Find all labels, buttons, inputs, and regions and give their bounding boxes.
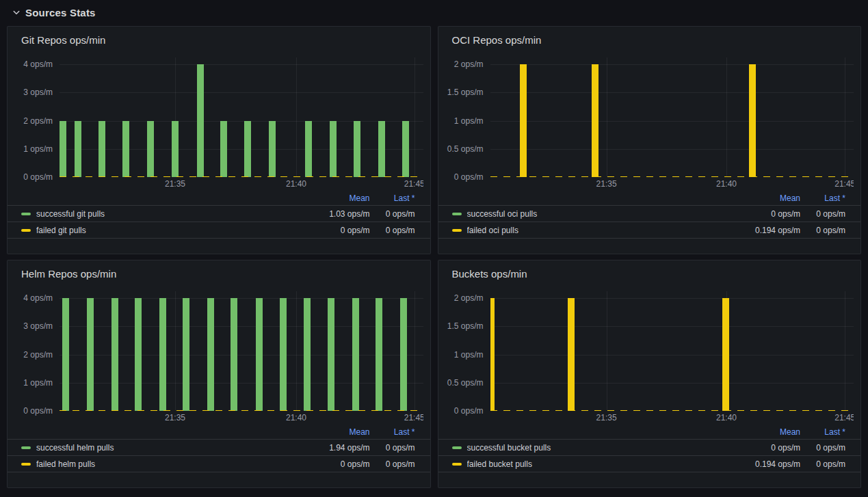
y-tick-label: 2 ops/m: [454, 293, 484, 303]
series-label[interactable]: failed bucket pulls: [467, 459, 735, 469]
x-tick-label: 21:45: [834, 413, 854, 422]
legend-sort-mean[interactable]: Mean: [735, 427, 800, 437]
y-tick-label: 1 ops/m: [23, 144, 53, 154]
bar-successful-git-pulls: [269, 121, 276, 178]
series-last-value: 0 ops/m: [370, 209, 415, 219]
series-color-swatch: [452, 463, 462, 466]
x-tick-label: 21:45: [834, 179, 854, 189]
legend-sort-last[interactable]: Last *: [370, 193, 415, 203]
series-mean-value: 0 ops/m: [735, 443, 800, 453]
x-axis: 21:3521:4021:45: [490, 411, 854, 424]
y-tick-label: 1 ops/m: [23, 378, 53, 388]
series-last-value: 0 ops/m: [800, 226, 845, 235]
bar-successful-git-pulls: [402, 121, 409, 178]
horizontal-gridline: [60, 121, 423, 122]
legend-row-failed-helm-pulls: failed helm pulls0 ops/m0 ops/m: [8, 456, 430, 472]
bar-successful-helm-pulls: [135, 298, 142, 411]
horizontal-gridline: [490, 298, 854, 299]
legend-row-failed-oci-pulls: failed oci pulls0.194 ops/m0 ops/m: [438, 222, 861, 239]
series-label[interactable]: successful oci pulls: [467, 209, 735, 219]
series-label[interactable]: failed git pulls: [36, 226, 304, 235]
legend-sort-mean[interactable]: Mean: [304, 193, 370, 203]
horizontal-gridline: [60, 92, 423, 93]
series-label[interactable]: successful git pulls: [36, 209, 304, 219]
series-color-swatch: [21, 463, 31, 466]
chevron-down-icon[interactable]: [12, 8, 21, 16]
horizontal-gridline: [490, 92, 854, 93]
legend-sort-last[interactable]: Last *: [370, 427, 415, 437]
bar-successful-git-pulls: [122, 121, 129, 178]
plot-area: [60, 291, 423, 411]
legend-table: Mean Last * successful git pulls1.03 ops…: [8, 191, 430, 239]
legend-row-failed-git-pulls: failed git pulls0 ops/m0 ops/m: [8, 222, 430, 239]
bar-successful-helm-pulls: [231, 298, 237, 411]
series-color-swatch: [21, 229, 31, 232]
bar-failed-oci-pulls: [520, 64, 527, 177]
legend-sort-last[interactable]: Last *: [800, 193, 845, 203]
time-series-chart: 2 ops/m1.5 ops/m1 ops/m0.5 ops/m0 ops/m: [445, 291, 854, 411]
series-label[interactable]: failed helm pulls: [36, 459, 304, 469]
time-series-chart: 2 ops/m1.5 ops/m1 ops/m0.5 ops/m0 ops/m: [445, 57, 854, 177]
y-tick-label: 2 ops/m: [454, 59, 484, 69]
horizontal-gridline: [490, 326, 854, 327]
bar-successful-helm-pulls: [280, 298, 287, 411]
series-mean-value: 0 ops/m: [735, 209, 800, 219]
plot-area: [490, 291, 854, 411]
bar-successful-helm-pulls: [328, 298, 334, 411]
legend-sort-last[interactable]: Last *: [800, 427, 845, 437]
series-label[interactable]: successful bucket pulls: [467, 443, 735, 453]
bar-failed-bucket-pulls: [722, 298, 729, 411]
horizontal-gridline: [490, 355, 854, 355]
horizontal-gridline: [60, 149, 423, 150]
series-mean-value: 0.194 ops/m: [735, 459, 800, 469]
bar-successful-git-pulls: [378, 121, 385, 178]
panel-title[interactable]: OCI Repos ops/min: [452, 33, 854, 48]
y-axis: 2 ops/m1.5 ops/m1 ops/m0.5 ops/m0 ops/m: [445, 298, 484, 411]
x-axis: 21:3521:4021:45: [60, 177, 423, 190]
dashboard-row-header[interactable]: Sources Stats: [12, 4, 861, 21]
panel-git-repos-ops-min: Git Repos ops/min 4 ops/m3 ops/m2 ops/m1…: [7, 26, 431, 254]
x-tick-label: 21:45: [404, 413, 423, 422]
x-tick-label: 21:35: [165, 413, 185, 422]
bar-successful-helm-pulls: [159, 298, 166, 411]
x-tick-label: 21:40: [286, 413, 306, 422]
series-mean-value: 1.03 ops/m: [304, 209, 370, 219]
legend-sort-mean[interactable]: Mean: [304, 427, 370, 437]
bar-failed-oci-pulls: [749, 64, 756, 177]
y-tick-label: 1 ops/m: [454, 116, 484, 126]
y-tick-label: 2 ops/m: [23, 350, 53, 360]
y-tick-label: 3 ops/m: [23, 321, 53, 331]
time-series-chart: 4 ops/m3 ops/m2 ops/m1 ops/m0 ops/m: [14, 57, 423, 177]
horizontal-gridline: [60, 64, 423, 65]
y-tick-label: 1.5 ops/m: [447, 88, 484, 97]
x-tick-label: 21:40: [716, 413, 737, 422]
panel-title[interactable]: Helm Repos ops/min: [21, 267, 423, 282]
series-last-value: 0 ops/m: [370, 226, 415, 235]
series-mean-value: 0 ops/m: [304, 226, 370, 235]
legend-sort-mean[interactable]: Mean: [735, 193, 800, 203]
y-tick-label: 3 ops/m: [23, 88, 53, 97]
plot-area: [490, 57, 854, 177]
y-tick-label: 1.5 ops/m: [447, 321, 484, 331]
bar-successful-git-pulls: [75, 121, 81, 178]
row-title[interactable]: Sources Stats: [25, 7, 96, 18]
x-tick-label: 21:35: [165, 179, 185, 189]
x-tick-label: 21:35: [596, 413, 617, 422]
bar-successful-helm-pulls: [304, 298, 311, 411]
panel-title[interactable]: Git Repos ops/min: [21, 33, 423, 48]
bar-successful-git-pulls: [305, 121, 312, 178]
bar-successful-git-pulls: [220, 121, 227, 178]
bar-successful-helm-pulls: [376, 298, 382, 411]
y-axis: 4 ops/m3 ops/m2 ops/m1 ops/m0 ops/m: [14, 64, 53, 177]
y-tick-label: 0 ops/m: [23, 172, 53, 182]
panel-helm-repos-ops-min: Helm Repos ops/min 4 ops/m3 ops/m2 ops/m…: [7, 260, 431, 488]
y-axis: 2 ops/m1.5 ops/m1 ops/m0.5 ops/m0 ops/m: [445, 64, 484, 177]
x-tick-label: 21:40: [716, 179, 737, 189]
series-color-swatch: [452, 446, 462, 449]
bar-successful-git-pulls: [60, 121, 66, 178]
x-axis: 21:3521:4021:45: [60, 411, 423, 424]
panel-title[interactable]: Buckets ops/min: [452, 267, 854, 282]
series-label[interactable]: failed oci pulls: [467, 226, 735, 235]
series-label[interactable]: successful helm pulls: [36, 443, 304, 453]
y-tick-label: 0 ops/m: [454, 406, 484, 416]
